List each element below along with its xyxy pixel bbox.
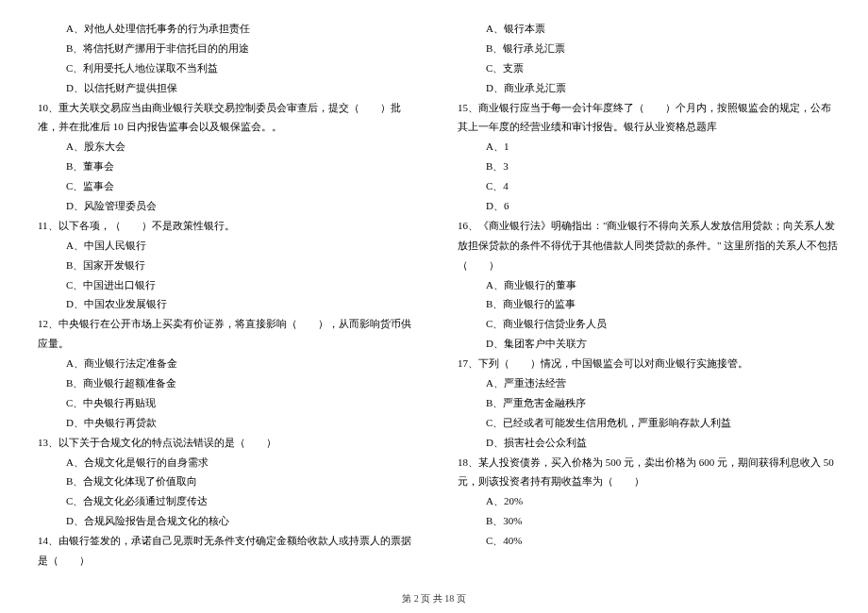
q15-opt-b: B、3 <box>448 157 840 176</box>
q11-opt-a: A、中国人民银行 <box>28 236 420 256</box>
q16-opt-a: A、商业银行的董事 <box>448 275 840 295</box>
q14-opt-c: C、支票 <box>448 58 840 78</box>
left-column: A、对他人处理信托事务的行为承担责任 B、将信托财产挪用于非信托目的的用途 C、… <box>28 19 420 556</box>
q13-opt-c: C、合规文化必须通过制度传达 <box>28 491 420 511</box>
page-footer: 第 2 页 共 18 页 <box>0 592 868 605</box>
q14-opt-d: D、商业承兑汇票 <box>448 78 840 98</box>
q9-opt-d: D、以信托财产提供担保 <box>28 78 420 98</box>
q13-opt-d: D、合规风险报告是合规文化的核心 <box>28 511 420 531</box>
q18-opt-c: C、40% <box>448 531 840 551</box>
q16-opt-c: C、商业银行信贷业务人员 <box>448 314 840 334</box>
q17-text: 17、下列（ ）情况，中国银监会可以对商业银行实施接管。 <box>448 354 840 373</box>
q12-opt-c: C、中央银行再贴现 <box>28 393 420 413</box>
q13-opt-a: A、合规文化是银行的自身需求 <box>28 453 420 472</box>
q18-opt-b: B、30% <box>448 511 840 531</box>
q12-opt-a: A、商业银行法定准备金 <box>28 354 420 373</box>
q18-text: 18、某人投资债券，买入价格为 500 元，卖出价格为 600 元，期间获得利息… <box>448 453 840 492</box>
q11-opt-c: C、中国进出口银行 <box>28 275 420 295</box>
q13-opt-b: B、合规文化体现了价值取向 <box>28 472 420 491</box>
q16-opt-d: D、集团客户中关联方 <box>448 334 840 354</box>
q17-opt-a: A、严重违法经营 <box>448 373 840 393</box>
q10-opt-c: C、监事会 <box>28 176 420 196</box>
q12-text: 12、中央银行在公开市场上买卖有价证券，将直接影响（ ），从而影响货币供应量。 <box>28 314 420 354</box>
q14-opt-a: A、银行本票 <box>448 19 840 39</box>
q13-text: 13、以下关于合规文化的特点说法错误的是（ ） <box>28 433 420 453</box>
q12-opt-b: B、商业银行超额准备金 <box>28 373 420 393</box>
q10-opt-a: A、股东大会 <box>28 137 420 157</box>
q9-opt-b: B、将信托财产挪用于非信托目的的用途 <box>28 39 420 58</box>
q12-opt-d: D、中央银行再贷款 <box>28 413 420 433</box>
q14-opt-b: B、银行承兑汇票 <box>448 39 840 58</box>
q10-text: 10、重大关联交易应当由商业银行关联交易控制委员会审查后，提交（ ）批准，并在批… <box>28 98 420 138</box>
q10-opt-d: D、风险管理委员会 <box>28 196 420 216</box>
q9-opt-c: C、利用受托人地位谋取不当利益 <box>28 58 420 78</box>
q15-opt-a: A、1 <box>448 137 840 157</box>
right-column: A、银行本票 B、银行承兑汇票 C、支票 D、商业承兑汇票 15、商业银行应当于… <box>448 19 840 556</box>
q17-opt-d: D、损害社会公众利益 <box>448 433 840 453</box>
q16-opt-b: B、商业银行的监事 <box>448 294 840 314</box>
q11-text: 11、以下各项，（ ）不是政策性银行。 <box>28 216 420 236</box>
q10-opt-b: B、董事会 <box>28 157 420 176</box>
q9-opt-a: A、对他人处理信托事务的行为承担责任 <box>28 19 420 39</box>
q11-opt-b: B、国家开发银行 <box>28 256 420 275</box>
q18-opt-a: A、20% <box>448 491 840 511</box>
page-content: A、对他人处理信托事务的行为承担责任 B、将信托财产挪用于非信托目的的用途 C、… <box>0 0 868 585</box>
q14-text: 14、由银行签发的，承诺自己见票时无条件支付确定金额给收款人或持票人的票据是（ … <box>28 531 420 571</box>
q17-opt-c: C、已经或者可能发生信用危机，严重影响存款人利益 <box>448 413 840 433</box>
q15-opt-d: D、6 <box>448 196 840 216</box>
q15-text: 15、商业银行应当于每一会计年度终了（ ）个月内，按照银监会的规定，公布其上一年… <box>448 98 840 138</box>
q17-opt-b: B、严重危害金融秩序 <box>448 393 840 413</box>
q15-opt-c: C、4 <box>448 176 840 196</box>
q16-text: 16、《商业银行法》明确指出："商业银行不得向关系人发放信用贷款；向关系人发放担… <box>448 216 840 275</box>
q11-opt-d: D、中国农业发展银行 <box>28 294 420 314</box>
